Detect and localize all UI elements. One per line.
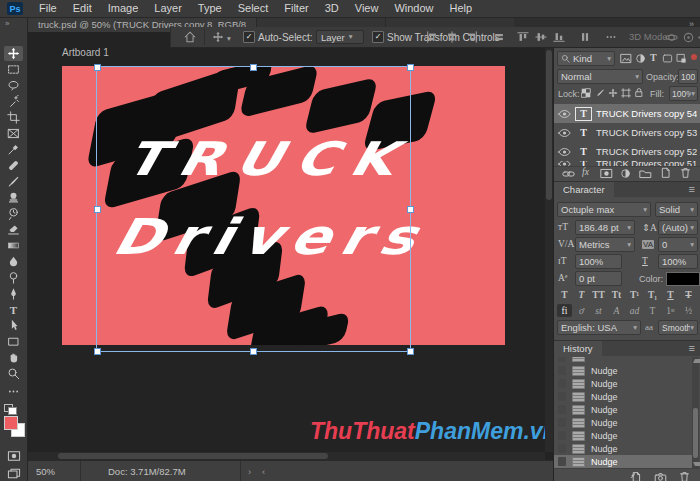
align-top-button[interactable] <box>517 31 529 43</box>
menu-window[interactable]: Window <box>386 0 441 17</box>
filter-toggle-light[interactable] <box>691 54 697 60</box>
layer-style-button[interactable]: fx <box>582 167 589 177</box>
underline-button[interactable]: T <box>663 288 678 301</box>
vertical-scale-field[interactable]: 100% <box>575 254 622 269</box>
move-tool[interactable] <box>4 46 23 61</box>
link-layers-button[interactable] <box>562 169 575 179</box>
kerning-field[interactable]: Metrics▾ <box>575 237 635 252</box>
gradient-tool[interactable] <box>4 238 23 253</box>
move-tool-indicator[interactable] <box>212 31 224 43</box>
history-source-slot[interactable] <box>558 379 566 388</box>
history-source-slot[interactable] <box>558 457 566 466</box>
clone-stamp-tool[interactable] <box>4 190 23 205</box>
blur-tool[interactable] <box>4 254 23 269</box>
superscript-button[interactable]: T¹ <box>627 288 642 301</box>
add-mask-button[interactable] <box>600 168 613 179</box>
scroll-up-icon[interactable] <box>693 359 700 363</box>
align-options-button[interactable] <box>605 31 617 43</box>
strikethrough-button[interactable]: T <box>681 288 696 301</box>
delete-state-button[interactable] <box>679 471 690 481</box>
history-source-slot[interactable] <box>558 431 566 440</box>
faux-bold-button[interactable]: T <box>557 288 572 301</box>
crop-tool[interactable] <box>4 110 23 125</box>
filter-type-button[interactable]: T <box>650 52 657 63</box>
history-scrollbar-thumb[interactable] <box>693 408 698 458</box>
healing-brush-tool[interactable] <box>4 158 23 173</box>
marquee-tool[interactable] <box>4 62 23 77</box>
layer-thumbnail[interactable]: T <box>575 107 592 121</box>
align-center-vertical-button[interactable] <box>535 31 547 43</box>
faux-italic-button[interactable]: T <box>574 288 589 301</box>
titling-alternates-button[interactable]: T <box>645 304 660 317</box>
menu-3d[interactable]: 3D <box>317 0 347 17</box>
eyedropper-tool[interactable] <box>4 142 23 157</box>
subscript-button[interactable]: T₁ <box>645 288 660 301</box>
history-source-slot[interactable] <box>558 418 566 427</box>
new-document-from-state-button[interactable] <box>630 471 642 481</box>
lock-transparency-button[interactable] <box>581 88 591 98</box>
rectangle-tool[interactable] <box>4 334 23 349</box>
menu-type[interactable]: Type <box>190 0 230 17</box>
history-row[interactable]: Nudge <box>554 403 692 416</box>
magic-wand-tool[interactable] <box>4 94 23 109</box>
eraser-tool[interactable] <box>4 222 23 237</box>
new-adjustment-layer-button[interactable] <box>620 168 631 179</box>
align-left-button[interactable] <box>426 31 438 43</box>
canvas-horizontal-scrollbar-thumb[interactable] <box>58 453 328 459</box>
align-center-horizontal-button[interactable] <box>446 31 458 43</box>
horizontal-scale-field[interactable]: 100% <box>658 254 698 269</box>
brush-tool[interactable] <box>4 174 23 189</box>
zoom-tool[interactable] <box>4 366 23 381</box>
transform-handle-bottom-right[interactable] <box>407 348 414 355</box>
path-select-tool[interactable] <box>4 318 23 333</box>
anti-alias-dropdown[interactable]: Smooth▾ <box>658 320 698 335</box>
pen-tool[interactable] <box>4 286 23 301</box>
menu-layer[interactable]: Layer <box>146 0 190 17</box>
quick-mask-button[interactable] <box>4 448 23 463</box>
history-row[interactable]: Nudge <box>554 390 692 403</box>
history-row-selected[interactable]: Nudge <box>554 455 692 468</box>
dodge-tool[interactable] <box>4 270 23 285</box>
layer-row[interactable]: T TRUCK Drivers copy 52 <box>554 142 700 161</box>
artboard[interactable]: TRUCK Drivers <box>62 66 505 345</box>
layer-filter-dropdown[interactable]: Kind ▾ <box>557 51 615 66</box>
zoom-level-field[interactable]: 50% <box>36 466 55 477</box>
leading-field[interactable]: (Auto)▾ <box>658 220 698 235</box>
tab-character[interactable]: Character <box>554 182 614 198</box>
text-color-swatch[interactable] <box>666 272 700 286</box>
visibility-eye-icon[interactable] <box>558 109 571 119</box>
filter-adjustment-button[interactable] <box>635 53 646 64</box>
delete-layer-button[interactable] <box>680 167 691 179</box>
layer-name[interactable]: TRUCK Drivers copy 53 <box>596 127 697 138</box>
stylistic-alternates-button[interactable]: ad <box>627 304 642 317</box>
history-source-slot[interactable] <box>558 366 566 375</box>
fractions-button[interactable]: ½ <box>681 304 696 317</box>
ordinals-button[interactable]: 1ˢᵗ <box>663 304 678 317</box>
small-caps-button[interactable]: Tt <box>609 288 624 301</box>
canvas-vertical-scrollbar-thumb[interactable] <box>546 50 552 200</box>
layer-row[interactable]: T TRUCK Drivers copy 54 <box>554 104 700 123</box>
opacity-dropdown[interactable]: 100% <box>678 69 698 84</box>
hand-tool[interactable] <box>4 350 23 365</box>
menu-view[interactable]: View <box>347 0 387 17</box>
screen-mode-button[interactable] <box>4 466 23 481</box>
new-snapshot-button[interactable] <box>654 472 667 481</box>
menu-help[interactable]: Help <box>442 0 481 17</box>
type-tool[interactable]: T <box>4 302 23 317</box>
3d-roll-button[interactable] <box>682 31 695 44</box>
transform-handle-bottom-center[interactable] <box>250 348 257 355</box>
panel-menu-icon[interactable]: ≡ <box>689 342 695 354</box>
font-style-dropdown[interactable]: Solid▾ <box>655 202 698 217</box>
font-size-field[interactable]: 186.48 pt▾ <box>575 220 635 235</box>
status-flyout-close-icon[interactable]: ‹ <box>262 466 265 477</box>
tracking-field[interactable]: 0▾ <box>658 237 698 252</box>
filter-shape-button[interactable] <box>662 53 673 64</box>
artboard-label[interactable]: Artboard 1 <box>62 47 109 58</box>
history-row-partial[interactable] <box>554 357 692 362</box>
menu-select[interactable]: Select <box>230 0 277 17</box>
layer-name[interactable]: TRUCK Drivers copy 52 <box>596 146 697 157</box>
blend-mode-dropdown[interactable]: Normal▾ <box>557 69 643 84</box>
chevron-down-icon[interactable]: ▾ <box>227 34 231 44</box>
auto-select-checkbox[interactable]: ✓ <box>243 31 255 43</box>
visibility-eye-icon[interactable] <box>558 128 571 138</box>
